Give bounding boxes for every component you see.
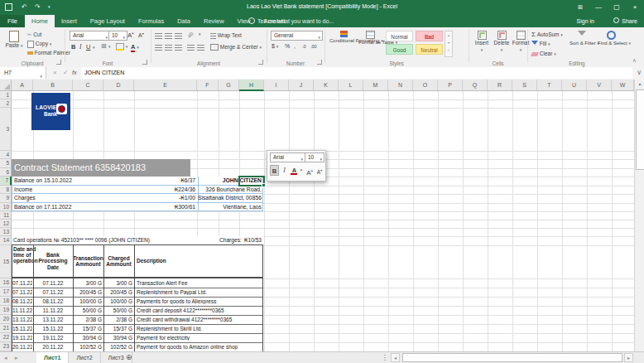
column-header-I[interactable]: I <box>264 80 289 90</box>
column-header-J[interactable]: J <box>289 80 314 90</box>
column-header-T[interactable]: T <box>537 80 562 90</box>
row-header-4[interactable]: 4 <box>0 151 11 159</box>
number-dialog-launcher[interactable] <box>317 60 322 65</box>
collapse-ribbon-icon[interactable]: ∧ <box>632 57 637 64</box>
row-header-7[interactable]: 7 <box>0 177 12 186</box>
transaction-row[interactable]: 11.11.2211.11.2250/00 G50/00 GCredit car… <box>12 307 263 316</box>
ribbon-tab-page-layout[interactable]: Page Layout <box>84 15 132 27</box>
autosum-button[interactable]: Σ AutoSum ▾ <box>531 31 563 38</box>
vertical-scroll-thumb[interactable] <box>636 90 644 170</box>
increase-decimal-icon[interactable]: .0 <box>302 44 306 49</box>
row-header-9[interactable]: 9 <box>0 194 11 203</box>
font-size-combo[interactable]: 10▾ <box>108 31 127 41</box>
sign-in-link[interactable]: Sign in <box>577 15 594 27</box>
transaction-row[interactable]: 15.11.2215.11.2215/37 G15/37 GReplenishm… <box>12 325 263 334</box>
formula-input[interactable]: JOHN CITIZEN <box>81 67 632 79</box>
enter-icon[interactable]: ✓ <box>63 67 69 79</box>
row-header-2[interactable]: 2 <box>0 99 11 108</box>
column-header-V[interactable]: V <box>587 80 612 90</box>
fill-button[interactable]: Fill ▾ <box>531 41 550 48</box>
align-left-icon[interactable] <box>155 44 162 51</box>
conditional-formatting-button[interactable]: Conditional Formatting ▾ <box>329 31 358 44</box>
column-header-N[interactable]: N <box>388 80 413 90</box>
vertical-scrollbar[interactable]: ▲ <box>634 80 644 351</box>
column-header-S[interactable]: S <box>512 80 537 90</box>
name-box[interactable]: H7▾ <box>0 67 46 79</box>
cancel-icon[interactable]: × <box>53 67 57 79</box>
row-header-20[interactable]: 20 <box>0 315 11 324</box>
expand-formula-bar-icon[interactable]: ∨ <box>637 67 642 79</box>
row-header-19[interactable]: 19 <box>0 306 11 315</box>
column-header-R[interactable]: R <box>488 80 512 90</box>
column-header-F[interactable]: F <box>197 80 219 90</box>
horizontal-scroll-thumb[interactable] <box>402 353 622 362</box>
column-header-D[interactable]: D <box>103 80 134 90</box>
align-top-icon[interactable] <box>155 32 162 39</box>
mini-font-size-combo[interactable]: 10▾ <box>305 152 324 162</box>
mini-font-family-combo[interactable]: Arial▾ <box>270 152 305 162</box>
column-header-M[interactable]: M <box>363 80 388 90</box>
tell-me-box[interactable]: Tell me what you want to do... <box>248 15 334 27</box>
column-header-G[interactable]: G <box>219 80 239 90</box>
row-header-21[interactable]: 21 <box>0 324 11 333</box>
transaction-row[interactable]: 08.11.2208.11.22100/00 G100/00 GPayments… <box>12 298 263 307</box>
share-button[interactable]: Share <box>613 15 637 27</box>
row-header-23[interactable]: 23 <box>0 342 11 351</box>
decrease-indent-icon[interactable] <box>187 44 195 51</box>
mini-increase-font-button[interactable]: A▴ <box>305 165 314 176</box>
column-header-E[interactable]: E <box>134 80 197 90</box>
styles-gallery-scroll[interactable]: ▴▾≡ <box>445 31 453 57</box>
format-as-table-button[interactable]: Format as Table ▾ <box>358 31 382 46</box>
row-header-3[interactable]: 3 <box>0 108 11 151</box>
select-all-corner[interactable] <box>0 80 12 91</box>
align-center-icon[interactable] <box>165 44 172 51</box>
merge-center-button[interactable]: Merge & Center ▾ <box>210 44 262 51</box>
cell-style-bad[interactable]: Bad <box>416 31 443 41</box>
ribbon-tab-review[interactable]: Review <box>197 15 231 27</box>
ribbon-tab-home[interactable]: Home <box>25 15 55 27</box>
fill-color-icon[interactable]: ▾ <box>116 43 127 51</box>
insert-function-icon[interactable]: fx <box>72 67 77 79</box>
comma-style-icon[interactable]: , <box>294 43 296 49</box>
mini-decrease-font-button[interactable]: A▾ <box>315 165 324 176</box>
transaction-row[interactable]: 07.11.2207.11.223/00 G3/00 GTransaction … <box>12 279 263 288</box>
delete-cells-button[interactable]: Delete▾ <box>493 31 511 53</box>
insert-cells-button[interactable]: Insert▾ <box>473 31 491 53</box>
tab-scroll-splitter[interactable] <box>384 355 386 361</box>
decrease-decimal-icon[interactable]: .00 <box>310 44 317 49</box>
clipboard-dialog-launcher[interactable] <box>56 60 61 65</box>
cut-button[interactable]: ✂ Cut <box>27 31 41 38</box>
column-header-U[interactable]: U <box>562 80 587 90</box>
column-header-A[interactable]: A <box>12 80 33 90</box>
new-sheet-icon[interactable]: ⊕ <box>126 352 132 363</box>
decrease-font-icon[interactable]: A▾ <box>138 31 144 38</box>
tab-file[interactable]: File <box>0 15 25 27</box>
row-header-8[interactable]: 8 <box>0 186 11 194</box>
find-select-button[interactable]: Find & Select ▾ <box>598 31 624 46</box>
increase-font-icon[interactable]: A▴ <box>127 31 133 39</box>
row-header-14[interactable]: 14 <box>0 236 11 245</box>
row-header-5[interactable]: 5 <box>0 159 11 168</box>
align-bottom-icon[interactable] <box>175 32 182 39</box>
alignment-dialog-launcher[interactable] <box>258 60 263 65</box>
minimize-button[interactable]: — <box>589 2 608 13</box>
ribbon-tab-formulas[interactable]: Formulas <box>132 15 171 27</box>
column-header-B[interactable]: B <box>33 80 73 90</box>
increase-indent-icon[interactable] <box>197 44 204 51</box>
accounting-format-icon[interactable]: $ ▾ <box>272 43 278 49</box>
prev-sheet-icon[interactable]: ◂ <box>4 352 7 363</box>
font-family-combo[interactable]: Arial▾ <box>70 31 110 41</box>
paste-button[interactable]: Paste ▾ <box>4 31 24 48</box>
sheet-tab-лист2[interactable]: Лист2 <box>69 352 100 363</box>
column-header-W[interactable]: W <box>612 80 634 90</box>
sheet-tab-лист1[interactable]: Лист1 <box>36 352 69 363</box>
scroll-right-icon[interactable]: ▸ <box>624 353 633 362</box>
underline-caret[interactable]: ▾ <box>93 45 95 50</box>
maximize-button[interactable]: ▢ <box>608 2 626 13</box>
mini-italic-button[interactable]: I <box>281 165 288 176</box>
row-header-1[interactable]: 1 <box>0 91 11 99</box>
cells-grid[interactable]: LAOVIET Bank Contract Statement 63584201… <box>12 91 634 351</box>
column-header-H[interactable]: H <box>239 80 264 91</box>
orientation-caret[interactable]: ▾ <box>199 31 201 36</box>
close-button[interactable]: × <box>626 2 644 13</box>
